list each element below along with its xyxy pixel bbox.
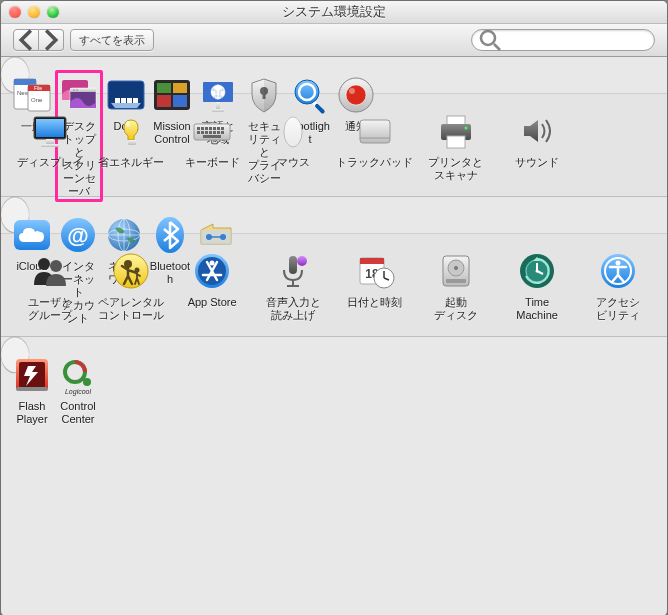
pref-label: マウス xyxy=(277,156,310,169)
pref-energy[interactable]: 省エネルギー xyxy=(90,106,171,186)
flash-player-icon xyxy=(11,354,53,396)
parental-controls-icon xyxy=(110,250,152,292)
pref-accessibility[interactable]: アクセシビリティ xyxy=(578,246,659,326)
back-button[interactable] xyxy=(13,29,39,51)
displays-icon xyxy=(29,110,71,152)
pref-parental[interactable]: ペアレンタルコントロール xyxy=(90,246,171,326)
pref-flash[interactable]: Flash Player xyxy=(9,350,55,430)
pref-trackpad[interactable]: トラックパッド xyxy=(334,106,415,186)
search-field[interactable] xyxy=(471,29,655,51)
pref-label: 省エネルギー xyxy=(98,156,164,169)
pref-keyboard[interactable]: キーボード xyxy=(172,106,253,186)
pref-label: プリンタとスキャナ xyxy=(428,156,483,182)
svg-line-122 xyxy=(494,44,500,50)
dictation-speech-icon xyxy=(272,250,314,292)
pref-label: 日付と時刻 xyxy=(347,296,402,309)
preferences-grid: 一般デスクトップとスクリーンセーバDockMissionControl言語と地域… xyxy=(1,57,667,615)
mouse-icon xyxy=(272,110,314,152)
pref-dictation[interactable]: 音声入力と読み上げ xyxy=(253,246,334,326)
pref-displays[interactable]: ディスプレイ xyxy=(9,106,90,186)
pref-startup[interactable]: 起動ディスク xyxy=(415,246,496,326)
pref-users[interactable]: ユーザとグループ xyxy=(9,246,90,326)
pref-label: ペアレンタルコントロール xyxy=(98,296,164,322)
nav-buttons xyxy=(13,29,64,51)
preference-section-2: iCloudインターネットアカウントネットワークBluetooth共有 xyxy=(1,197,29,233)
pref-label: サウンド xyxy=(515,156,559,169)
logicool-control-center-icon xyxy=(57,354,99,396)
accessibility-icon xyxy=(597,250,639,292)
preference-section-0: 一般デスクトップとスクリーンセーバDockMissionControl言語と地域… xyxy=(1,57,29,93)
energy-saver-icon xyxy=(110,110,152,152)
search-icon xyxy=(478,19,502,61)
show-all-button[interactable]: すべてを表示 xyxy=(70,29,154,51)
pref-label: Control Center xyxy=(57,400,99,426)
keyboard-icon xyxy=(191,110,233,152)
window-titlebar: システム環境設定 xyxy=(1,1,667,24)
pref-label: 起動ディスク xyxy=(434,296,478,322)
pref-label: TimeMachine xyxy=(516,296,558,322)
forward-button[interactable] xyxy=(39,29,64,51)
printers-scanners-icon xyxy=(435,110,477,152)
pref-label: Flash Player xyxy=(11,400,53,426)
show-all-label: すべてを表示 xyxy=(79,33,145,48)
preference-section-1: ディスプレイ省エネルギーキーボードマウストラックパッドプリンタとスキャナサウンド xyxy=(1,93,667,197)
trackpad-icon xyxy=(354,110,396,152)
pref-mouse[interactable]: マウス xyxy=(253,106,334,186)
pref-label: ユーザとグループ xyxy=(28,296,72,322)
pref-label: ディスプレイ xyxy=(17,156,83,169)
pref-printers[interactable]: プリンタとスキャナ xyxy=(415,106,496,186)
search-input[interactable] xyxy=(506,33,648,47)
pref-sound[interactable]: サウンド xyxy=(497,106,578,186)
pref-appstore[interactable]: App Store xyxy=(172,246,253,326)
pref-label: キーボード xyxy=(185,156,240,169)
chevron-right-icon xyxy=(39,19,63,61)
preference-section-4: Flash PlayerControl Center xyxy=(1,337,29,373)
window-title: システム環境設定 xyxy=(1,3,667,21)
pref-label: App Store xyxy=(188,296,237,309)
pref-datetime[interactable]: 日付と時刻 xyxy=(334,246,415,326)
app-store-icon xyxy=(191,250,233,292)
system-preferences-window: システム環境設定 すべてを表示 一般デスクトップとスクリーンセーバDockMis… xyxy=(0,0,668,615)
users-groups-icon xyxy=(29,250,71,292)
svg-point-121 xyxy=(481,31,495,45)
pref-timemachine[interactable]: TimeMachine xyxy=(497,246,578,326)
pref-label: 音声入力と読み上げ xyxy=(266,296,321,322)
sound-icon xyxy=(516,110,558,152)
startup-disk-icon xyxy=(435,250,477,292)
preference-section-3: ユーザとグループペアレンタルコントロールApp Store音声入力と読み上げ日付… xyxy=(1,233,667,337)
pref-label: トラックパッド xyxy=(336,156,413,169)
chevron-left-icon xyxy=(14,19,38,61)
pref-logicool[interactable]: Control Center xyxy=(55,350,101,430)
date-time-icon xyxy=(354,250,396,292)
pref-label: アクセシビリティ xyxy=(596,296,640,322)
time-machine-icon xyxy=(516,250,558,292)
